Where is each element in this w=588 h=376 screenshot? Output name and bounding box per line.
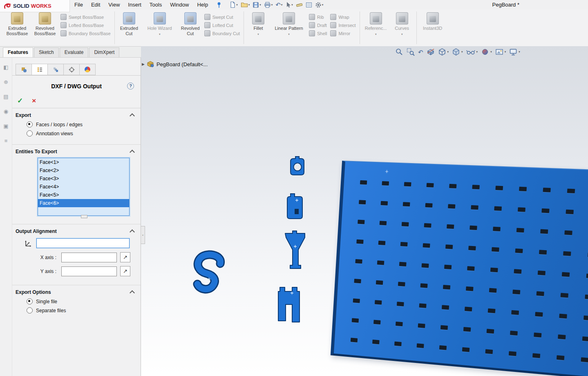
tab-dimxpert[interactable]: DimXpert [89, 47, 119, 57]
graphics-area[interactable]: ↶ ▾ ▾ ▾ ▾ [141, 46, 588, 376]
swept-boss-base-button[interactable]: Swept Boss/Base [60, 14, 111, 20]
alignment-section-header[interactable]: Output Alignment [16, 228, 137, 234]
revolved-boss-base-button[interactable]: Revolved Boss/Base [31, 11, 59, 45]
separate-files-option[interactable]: Separate files [27, 307, 137, 313]
displaymanager-tab[interactable] [79, 64, 96, 75]
options-button[interactable]: ▾ [314, 1, 324, 9]
chevron-down-icon[interactable]: ▾ [159, 33, 161, 36]
list-item[interactable]: Face<4> [38, 183, 129, 191]
menu-view[interactable]: View [104, 0, 124, 9]
y-axis-flip-button[interactable]: ↗ [120, 266, 130, 276]
ok-button[interactable]: ✓ [17, 97, 23, 104]
sheet-button[interactable] [305, 2, 313, 8]
chevron-down-icon[interactable]: ▾ [236, 3, 238, 7]
pegboard-clip-part[interactable] [291, 157, 304, 175]
y-axis-input[interactable] [61, 266, 117, 276]
boundary-cut-button[interactable]: Boundary Cut [204, 30, 240, 36]
export-section-header[interactable]: Export [16, 112, 137, 118]
draft-button[interactable]: Draft [309, 22, 327, 28]
chevron-down-icon[interactable]: ▾ [375, 33, 377, 36]
print-button[interactable]: ▾ [263, 1, 274, 9]
collapse-chevron-icon[interactable] [130, 229, 135, 235]
list-item[interactable]: Face<1> [38, 158, 129, 166]
featuremanager-tree-tab[interactable] [16, 64, 32, 75]
listbox-resize-grip[interactable] [81, 215, 87, 218]
list-item[interactable]: Face<6> [38, 199, 129, 207]
extruded-cut-button[interactable]: Extruded Cut [117, 11, 141, 45]
collapse-chevron-icon[interactable] [130, 113, 135, 119]
wrap-button[interactable]: Wrap [330, 14, 355, 20]
side-tool-icon-3[interactable]: ▤ [3, 94, 8, 100]
select-button[interactable]: ▾ [284, 1, 294, 9]
x-axis-flip-button[interactable]: ↗ [120, 252, 130, 262]
fillet-button[interactable]: Fillet ▾ [246, 11, 271, 45]
configurationmanager-tab[interactable] [47, 64, 64, 75]
collapse-chevron-icon[interactable] [130, 290, 135, 295]
collapse-chevron-icon[interactable] [130, 150, 135, 155]
propertymanager-tab[interactable] [31, 64, 48, 75]
pegboard-u-bracket-part[interactable] [278, 287, 300, 322]
radio-faces-loops-edges[interactable] [27, 121, 33, 128]
boundary-boss-base-button[interactable]: Boundary Boss/Base [60, 30, 111, 36]
new-document-button[interactable]: ▾ [228, 1, 239, 9]
measure-button[interactable] [295, 2, 304, 8]
menu-help[interactable]: Help [193, 0, 212, 9]
chevron-down-icon[interactable]: ▾ [401, 33, 403, 36]
coordinate-system-input[interactable] [36, 238, 130, 248]
tab-evaluate[interactable]: Evaluate [60, 47, 89, 57]
pegboard-y-hook-part[interactable] [285, 231, 305, 269]
menu-window[interactable]: Window [166, 0, 193, 9]
x-axis-input[interactable] [61, 253, 117, 262]
swept-cut-button[interactable]: Swept Cut [204, 14, 240, 20]
chevron-down-icon[interactable]: ▾ [322, 3, 324, 7]
single-file-option[interactable]: Single file [27, 298, 137, 304]
open-button[interactable]: ▾ [240, 1, 251, 8]
revolved-cut-button[interactable]: Revolved Cut [178, 11, 203, 45]
shell-button[interactable]: Shell [309, 30, 327, 36]
entities-listbox[interactable]: Face<1> Face<2> Face<3> Face<4> Face<5> … [38, 158, 130, 216]
radio-annotation-views[interactable] [27, 130, 33, 137]
help-icon[interactable]: ? [127, 83, 134, 90]
mirror-button[interactable]: Mirror [330, 30, 355, 36]
side-tool-icon-5[interactable]: ▣ [3, 123, 8, 129]
dimxpertmanager-tab[interactable] [63, 64, 80, 75]
lofted-cut-button[interactable]: Lofted Cut [204, 22, 240, 28]
chevron-down-icon[interactable]: ▾ [288, 33, 290, 36]
chevron-down-icon[interactable]: ▾ [271, 3, 273, 7]
menu-tools[interactable]: Tools [145, 0, 166, 9]
save-button[interactable]: ▾ [252, 1, 262, 9]
chevron-down-icon[interactable]: ▾ [291, 3, 293, 7]
reference-geometry-button[interactable]: Referenc... ▾ [362, 11, 390, 45]
pin-menu-icon[interactable] [216, 2, 222, 8]
lofted-boss-base-button[interactable]: Lofted Boss/Base [60, 22, 111, 28]
panel-flyout-handle[interactable]: ‹ [141, 226, 145, 244]
side-tool-icon-6[interactable]: ≡ [4, 138, 8, 144]
curves-button[interactable]: Curves ▾ [390, 11, 414, 45]
radio-single-file[interactable] [27, 298, 33, 304]
side-tool-icon-1[interactable]: ◧ [3, 64, 8, 70]
export-options-header[interactable]: Export Options [16, 289, 137, 295]
tab-sketch[interactable]: Sketch [34, 47, 59, 57]
cancel-button[interactable]: × [32, 97, 36, 104]
chevron-down-icon[interactable]: ▾ [259, 3, 261, 7]
chevron-down-icon[interactable]: ▾ [257, 33, 259, 36]
tab-features[interactable]: Features [3, 47, 33, 57]
list-item[interactable]: Face<5> [38, 191, 129, 199]
menu-insert[interactable]: Insert [124, 0, 145, 9]
pegboard-tab-part[interactable] [287, 194, 302, 219]
export-option-faces[interactable]: Faces / loops / edges [27, 121, 137, 128]
export-option-annotation[interactable]: Annotation views [27, 130, 137, 137]
rib-button[interactable]: Rib [309, 14, 327, 20]
linear-pattern-button[interactable]: Linear Pattern ▾ [271, 11, 307, 45]
entities-section-header[interactable]: Entities To Export [16, 149, 137, 154]
side-tool-icon-2[interactable]: ⊕ [4, 79, 8, 85]
instant3d-button[interactable]: Instant3D [419, 11, 447, 45]
hole-wizard-button[interactable]: Hole Wizard ▾ [141, 11, 178, 45]
intersect-button[interactable]: Intersect [330, 22, 355, 28]
side-tool-icon-4[interactable]: ◉ [4, 108, 8, 114]
list-item[interactable]: Face<3> [38, 175, 129, 183]
menu-file[interactable]: File [70, 0, 87, 9]
pegboard-part[interactable]: + [331, 161, 588, 376]
extruded-boss-base-button[interactable]: Extruded Boss/Base [3, 11, 31, 45]
chevron-down-icon[interactable]: ▾ [281, 3, 283, 7]
